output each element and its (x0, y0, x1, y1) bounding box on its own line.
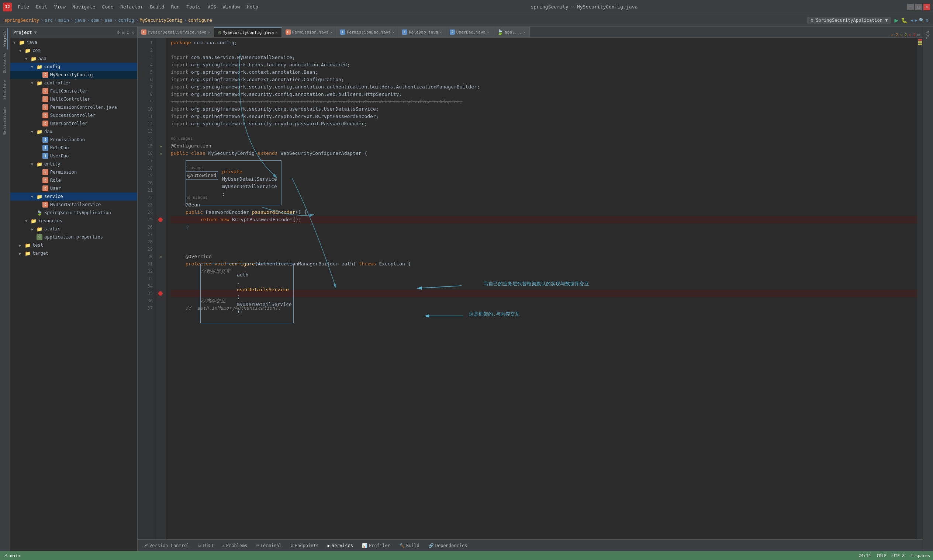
menu-run[interactable]: Run (168, 3, 183, 10)
tree-service[interactable]: ▼ 📁 service (10, 192, 137, 200)
menu-navigate[interactable]: Navigate (69, 3, 99, 10)
tree-failcontroller[interactable]: C FailController (10, 87, 137, 95)
activity-project[interactable]: Project (2, 28, 8, 49)
expand-tabs-icon[interactable]: ⊞ (917, 32, 920, 37)
gutter-4 (156, 61, 166, 69)
toolbar-profiler[interactable]: 📊 Profiler (360, 542, 393, 549)
tab-appl[interactable]: 🍃 appl... ✕ (493, 27, 529, 37)
breadcrumb-java[interactable]: java (74, 18, 85, 23)
breadcrumb-method[interactable]: configure (188, 18, 212, 23)
menu-tools[interactable]: Tools (184, 3, 204, 10)
activity-notifications[interactable]: Notifications (2, 104, 8, 138)
tree-hellocontroller[interactable]: C HelloController (10, 95, 137, 103)
debug-button[interactable]: 🐛 (901, 17, 908, 23)
tree-permissioncontroller[interactable]: C PermissionController.java (10, 103, 137, 111)
tree-aaa[interactable]: ▼ 📁 aaa (10, 55, 137, 63)
tree-springapp[interactable]: 🍃 SpringSecurityApplication (10, 209, 137, 217)
tree-com[interactable]: ▼ 📁 com (10, 46, 137, 55)
breadcrumb-project[interactable]: springSecrity (5, 18, 39, 23)
tree-target[interactable]: ▶ 📁 target (10, 249, 137, 257)
tree-test[interactable]: ▶ 📁 test (10, 241, 137, 249)
tree-myuserdetailservice[interactable]: C MyUserDetailService (10, 200, 137, 209)
menu-code[interactable]: Code (99, 3, 117, 10)
tree-permissiondao[interactable]: I PermissionDao (10, 136, 137, 144)
tree-role[interactable]: C Role (10, 176, 137, 184)
tree-successcontroller[interactable]: C SuccessController (10, 111, 137, 120)
toolbar-dependencies[interactable]: 🔗 Dependencies (426, 542, 470, 549)
run-button[interactable]: ▶ (894, 16, 898, 24)
close-panel-icon[interactable]: ✕ (132, 30, 134, 35)
menu-window[interactable]: Window (220, 3, 243, 10)
code-editor[interactable]: 1 2 3 4 5 6 7 8 9 10 11 12 13 14 15 16 1… (137, 38, 923, 539)
activity-bookmarks[interactable]: Bookmarks (2, 50, 8, 76)
tab-label: PermissionDao.java (347, 30, 391, 35)
menu-help[interactable]: Help (244, 3, 261, 10)
breadcrumb-class[interactable]: MySecurityConfig (140, 18, 183, 23)
breakpoint-icon[interactable] (158, 217, 163, 222)
breadcrumb-main[interactable]: main (58, 18, 69, 23)
tab-close-icon[interactable]: ✕ (330, 30, 332, 34)
toolbar-terminal[interactable]: ⌨ Terminal (254, 542, 284, 549)
breadcrumb-config[interactable]: config (118, 18, 134, 23)
settings-icon[interactable]: ⚙ (926, 18, 928, 23)
tree-usercontroller[interactable]: C UserController (10, 120, 137, 128)
breadcrumb-aaa[interactable]: aaa (105, 18, 113, 23)
search-button[interactable]: 🔍 (919, 18, 925, 23)
tree-java[interactable]: ▼ 📁 java (10, 38, 137, 46)
tab-permissiondao[interactable]: I PermissionDao.java ✕ (336, 27, 398, 37)
menu-build[interactable]: Build (147, 3, 168, 10)
scope-icon[interactable]: ⊙ (117, 30, 120, 35)
tab-myuserdetailservice[interactable]: C MyUserDetailService.java ✕ (137, 27, 214, 37)
tree-permission[interactable]: C Permission (10, 168, 137, 176)
tab-roledao[interactable]: I RoleDao.java ✕ (398, 27, 446, 37)
tree-dao[interactable]: ▼ 📁 dao (10, 128, 137, 136)
toolbar-services[interactable]: ▶ Services (325, 542, 355, 549)
panel-dropdown-icon[interactable]: ▼ (34, 30, 37, 35)
maximize-button[interactable]: □ (915, 4, 922, 10)
toolbar-todo[interactable]: ☑ TODO (196, 542, 215, 549)
tab-close-icon[interactable]: ✕ (276, 31, 278, 35)
minimize-button[interactable]: ─ (907, 4, 914, 10)
tree-appprops[interactable]: P application.properties (10, 233, 137, 241)
tab-userdao[interactable]: I UserDao.java ✕ (446, 27, 493, 37)
right-activity-talky[interactable]: Talk (925, 28, 931, 42)
toolbar-build[interactable]: 🔨 Build (397, 542, 422, 549)
menu-view[interactable]: View (51, 3, 69, 10)
tree-user[interactable]: C User (10, 184, 137, 192)
breakpoint-icon[interactable] (158, 291, 163, 296)
tab-close-icon[interactable]: ✕ (440, 30, 442, 34)
menu-vcs[interactable]: VCS (204, 3, 219, 10)
tree-mysecurityconfig[interactable]: C MySecurityConfig (10, 71, 137, 79)
menu-refactor[interactable]: Refactor (117, 3, 147, 10)
tree-userdao[interactable]: I UserDao (10, 152, 137, 160)
forward-button[interactable]: ▶ (915, 18, 918, 23)
window-controls[interactable]: ─ □ ✕ (907, 4, 930, 10)
toolbar-endpoints[interactable]: ⊕ Endpoints (288, 542, 321, 549)
activity-structure[interactable]: Structure (2, 77, 8, 103)
breadcrumb-com[interactable]: com (91, 18, 99, 23)
menu-file[interactable]: File (15, 3, 32, 10)
back-button[interactable]: ◀ (910, 18, 913, 23)
breadcrumb-src[interactable]: src (45, 18, 53, 23)
menu-bar[interactable]: File Edit View Navigate Code Refactor Bu… (15, 3, 261, 10)
toolbar-version-control[interactable]: ⎇ Version Control (140, 542, 191, 549)
tree-config[interactable]: ▼ 📁 config (10, 63, 137, 71)
tree-resources[interactable]: ▼ 📁 resources (10, 217, 137, 225)
tab-close-icon[interactable]: ✕ (487, 30, 489, 34)
toolbar-problems[interactable]: ⚠ Problems (220, 542, 250, 549)
collapse-icon[interactable]: ≡ (122, 30, 124, 35)
tab-close-icon[interactable]: ✕ (208, 30, 210, 34)
tab-close-icon[interactable]: ✕ (523, 30, 526, 34)
tree-roledao[interactable]: I RoleDao (10, 144, 137, 152)
tab-mysecurityconfig[interactable]: ⚙ MySecurityConfig.java ✕ (214, 27, 282, 37)
tree-static[interactable]: ▶ 📁 static (10, 225, 137, 233)
tab-permission[interactable]: C Permission.java ✕ (282, 27, 336, 37)
tree-controller[interactable]: ▼ 📁 controller (10, 79, 137, 87)
tree-entity[interactable]: ▼ 📁 entity (10, 160, 137, 168)
settings-panel-icon[interactable]: ⚙ (127, 30, 130, 35)
run-config-selector[interactable]: ⚙ SpringSecurityApplication ▼ (807, 17, 892, 24)
menu-edit[interactable]: Edit (33, 3, 50, 10)
code-content[interactable]: package com.aaa.config ; import com.aaa.… (167, 38, 917, 539)
tab-close-icon[interactable]: ✕ (392, 30, 394, 34)
close-button[interactable]: ✕ (924, 4, 930, 10)
